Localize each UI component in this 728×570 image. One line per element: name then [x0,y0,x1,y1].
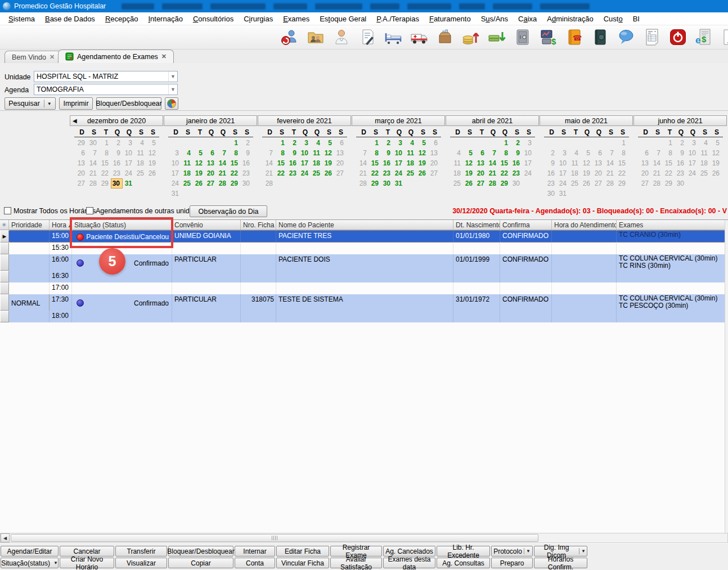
calendar-day[interactable]: 18 [569,168,581,178]
calendar-day[interactable]: 13 [75,158,87,168]
calendar-day[interactable]: 29 [228,178,240,188]
calendar-day[interactable]: 30 [87,138,99,148]
calendar-day[interactable]: 28 [87,178,99,188]
calendar-day[interactable]: 22 [498,168,510,178]
calendar-day[interactable]: 4 [451,148,463,158]
table-row[interactable]: 17:00 [0,282,728,294]
calendar-day[interactable]: 30 [240,178,252,188]
calendar-day[interactable]: 4 [311,138,322,148]
calendar-day[interactable]: 29 [663,178,675,188]
calendar-day[interactable]: 9 [675,148,686,158]
chart-button[interactable] [165,97,178,110]
internar-button[interactable]: Internar [235,546,275,556]
table-row[interactable]: NORMAL17:30ConfirmadoPARTICULAR318075TES… [0,294,728,311]
calendar-day[interactable]: 19 [463,168,475,178]
calendar-day[interactable]: 6 [428,138,440,148]
calendar-day[interactable]: 7 [217,148,228,158]
pesquisar-button[interactable]: Pesquisar ▼ [5,97,56,110]
column-header-conv-nio[interactable]: Convênio [172,220,241,230]
calendar-day[interactable]: 16 [545,168,557,178]
calendar-day[interactable]: 4 [569,148,581,158]
calendar-day[interactable]: 16 [510,158,522,168]
avaliar-satisfa-o-button[interactable]: Avaliar Satisfação [330,558,382,568]
calendar-day[interactable]: 31 [169,188,181,199]
stock-supplies-icon[interactable] [435,27,455,47]
calendar-day[interactable]: 26 [416,168,428,178]
calendar-day[interactable]: 14 [263,158,275,168]
calendar-day[interactable]: 12 [581,158,592,168]
calendar-day[interactable]: 3 [393,138,405,148]
billing-terminal-icon[interactable]: $ [539,27,558,47]
calendar-day[interactable]: 15 [616,158,628,168]
column-header-hora-do-atendimento[interactable]: Hora do Atendimento [552,220,617,230]
calendar-day[interactable]: 27 [639,178,651,188]
month-header[interactable]: abril de 2021 [446,115,539,126]
calendar-day[interactable]: 30 [545,188,557,199]
calendar-day[interactable]: 7 [357,148,369,158]
calendar-day[interactable]: 24 [522,168,534,178]
calendar-day[interactable]: 10 [169,158,181,168]
calendar-day[interactable]: 2 [545,148,557,158]
calendar-day[interactable]: 25 [181,178,193,188]
tab-close-icon[interactable]: ✕ [161,53,167,60]
calendar-day[interactable]: 4 [698,138,710,148]
calendar-day[interactable]: 17 [522,158,534,168]
column-header--[interactable]: ✳ [0,220,9,230]
calendar-day[interactable]: 24 [169,178,181,188]
calendar-day[interactable]: 5 [463,148,475,158]
menu-item-p-a-terapias[interactable]: P.A./Terapias [371,13,424,25]
calendar-day[interactable]: 5 [581,148,592,158]
calendar-day[interactable]: 28 [604,178,616,188]
calendar-day[interactable]: 26 [146,168,158,178]
calendar-day[interactable]: 4 [405,138,416,148]
calendar-day[interactable]: 8 [99,148,111,158]
calendar-day[interactable]: 1 [498,138,510,148]
calendar-day[interactable]: 17 [393,158,405,168]
calendar-day[interactable]: 6 [475,148,487,158]
tab-bem-vindo[interactable]: Bem Vindo ✕ [5,51,62,63]
calendar-day[interactable]: 19 [322,158,334,168]
column-header-confirma[interactable]: Confirma [500,220,552,230]
calendar-day[interactable]: 26 [581,178,592,188]
calendar-day[interactable]: 18 [134,158,146,168]
menu-item-exames[interactable]: Exames [278,13,314,25]
preparo-button[interactable]: Preparo [491,558,533,568]
month-header[interactable]: maio de 2021 [540,115,633,126]
column-header-nome-do-paciente[interactable]: Nome do Paciente [276,220,453,230]
calendar-day[interactable]: 21 [87,168,99,178]
calendar-day[interactable]: 23 [545,178,557,188]
menu-item-interna-o[interactable]: Internação [143,13,187,25]
calendar-day[interactable]: 6 [205,148,217,158]
calendar-day[interactable]: 12 [710,148,722,158]
calendar-day[interactable]: 15 [275,158,287,168]
calendar-day[interactable]: 16 [287,158,299,168]
calendar-day[interactable]: 10 [393,148,405,158]
month-header[interactable]: março de 2021 [352,115,445,126]
calendar-day[interactable]: 3 [123,138,134,148]
calendar-day[interactable]: 24 [557,178,569,188]
calendar-day[interactable]: 12 [463,158,475,168]
safe-icon[interactable] [513,27,532,47]
editar-ficha-button[interactable]: Editar Ficha [276,546,329,556]
power-off-icon[interactable] [668,27,687,47]
calendar-day[interactable]: 24 [393,168,405,178]
calendar-day[interactable]: 1 [663,138,675,148]
calendar-day[interactable]: 19 [146,158,158,168]
calendar-day[interactable]: 18 [451,168,463,178]
calendar-day[interactable]: 8 [498,148,510,158]
calendar-day[interactable]: 8 [228,148,240,158]
calendar-day[interactable]: 3 [169,148,181,158]
menu-item-sistema[interactable]: Sistema [3,13,40,25]
chevron-down-icon[interactable]: ▼ [53,560,58,565]
calendar-day[interactable]: 19 [416,158,428,168]
column-header-hora[interactable]: Hora▲ [50,220,72,230]
calendar-day[interactable]: 21 [604,168,616,178]
calendar-day[interactable]: 11 [405,148,416,158]
calendar-day[interactable]: 5 [146,138,158,148]
calendar-day[interactable]: 24 [123,168,134,178]
calendar-day[interactable]: 25 [451,178,463,188]
calendar-day[interactable]: 4 [181,148,193,158]
calendar-day[interactable]: 6 [334,138,346,148]
calendar-day[interactable]: 24 [686,168,698,178]
menu-item-consult-rios[interactable]: Consultórios [188,13,239,25]
